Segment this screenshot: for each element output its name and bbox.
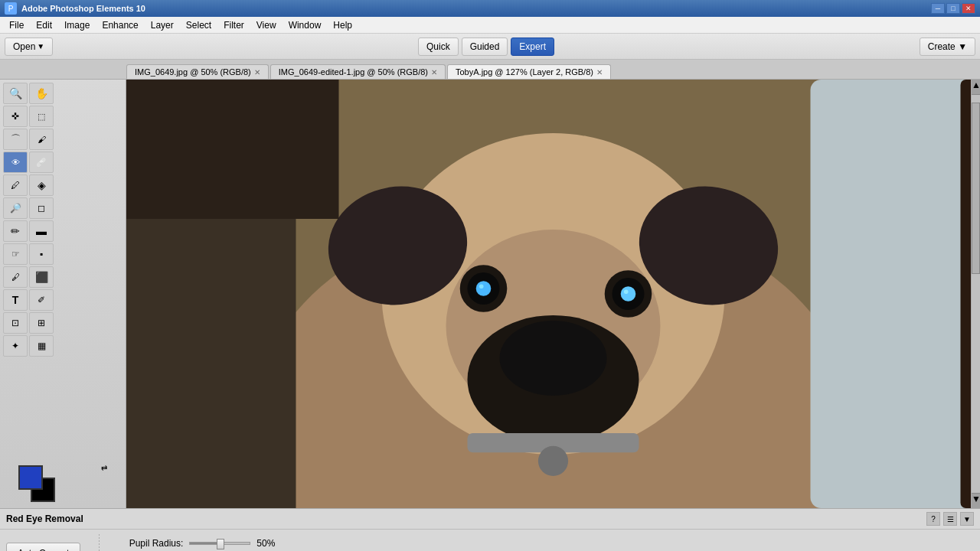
text-tool-icon[interactable]: T <box>3 289 28 311</box>
pupil-radius-label: Pupil Radius: <box>118 538 183 549</box>
tool-row-clone: 🖊 ◈ <box>3 174 122 196</box>
menu-filter[interactable]: Filter <box>217 18 250 32</box>
svg-rect-22 <box>126 80 339 219</box>
crop-tool-icon[interactable]: ⊡ <box>3 312 28 334</box>
help-icon[interactable]: ? <box>926 512 940 526</box>
menu-window[interactable]: Window <box>283 18 328 32</box>
app-icon: P <box>5 2 17 15</box>
custom-shape-icon[interactable]: ▦ <box>29 335 54 357</box>
svg-point-14 <box>621 286 636 302</box>
tool-row-redeye: 👁 🩹 <box>3 152 122 173</box>
tab-tobya[interactable]: TobyA.jpg @ 127% (Layer 2, RGB/8) ✕ <box>447 64 611 79</box>
expert-mode-button[interactable]: Expert <box>511 37 554 56</box>
tool-row-shape: ✦ ▦ <box>3 335 122 357</box>
main-area: 🔍 ✋ ✜ ⬚ ⌒ 🖌 👁 🩹 🖊 ◈ 🔎 ◻ ✏ <box>0 80 980 508</box>
scrollbar-up-arrow[interactable]: ▲ <box>972 80 980 95</box>
panel-icons: ? ☰ ▼ <box>926 512 974 526</box>
zoom-in-icon[interactable]: 🔎 <box>3 197 28 219</box>
create-button[interactable]: Create ▼ <box>920 37 975 56</box>
tool-label-bar: Red Eye Removal ? ☰ ▼ <box>0 509 980 530</box>
toolbox: 🔍 ✋ ✜ ⬚ ⌒ 🖌 👁 🩹 🖊 ◈ 🔎 ◻ ✏ <box>0 80 126 508</box>
tool-row-search-pan: 🔍 ✋ <box>3 83 122 104</box>
foreground-color-swatch[interactable] <box>18 465 43 490</box>
recompose-icon[interactable]: ⊞ <box>29 312 54 334</box>
menu-file[interactable]: File <box>3 18 30 32</box>
menu-layer[interactable]: Layer <box>145 18 180 32</box>
slider-controls: Pupil Radius: 50% Darken: 50% <box>118 538 279 551</box>
panel-collapse-icon[interactable]: ▼ <box>960 512 974 526</box>
minimize-button[interactable]: ─ <box>931 3 945 14</box>
lasso-tool-icon[interactable]: ⌒ <box>3 129 28 150</box>
swap-colors-icon[interactable]: ⇄ <box>101 464 107 472</box>
close-button[interactable]: ✕ <box>962 3 975 14</box>
scrollbar-thumb-v[interactable] <box>972 103 980 274</box>
pupil-radius-thumb[interactable] <box>217 539 224 549</box>
tab-img0649-edited[interactable]: IMG_0649-edited-1.jpg @ 50% (RGB/8) ✕ <box>270 64 446 79</box>
eraser-icon[interactable]: ◻ <box>29 197 54 219</box>
auto-correct-button[interactable]: Auto Correct <box>6 543 80 551</box>
healing-tool-icon[interactable]: 🩹 <box>29 152 54 173</box>
window-controls: ─ □ ✕ <box>931 3 975 14</box>
paint-bucket-icon[interactable]: ⬛ <box>29 266 54 288</box>
dog-svg-overlay <box>126 80 980 508</box>
tab-img0649[interactable]: IMG_0649.jpg @ 50% (RGB/8) ✕ <box>126 64 269 79</box>
menu-select[interactable]: Select <box>180 18 217 32</box>
move-tool-icon[interactable]: ✜ <box>3 106 28 127</box>
pen-tool-icon[interactable]: 🖋 <box>3 266 28 288</box>
shape-tool-icon[interactable]: ✦ <box>3 335 28 357</box>
red-eye-tool-icon[interactable]: 👁 <box>3 152 28 173</box>
scrollbar-down-arrow[interactable]: ▼ <box>972 493 980 508</box>
quick-mode-button[interactable]: Quick <box>418 37 459 56</box>
tool-name-label: Red Eye Removal <box>6 514 83 524</box>
tool-row-zoom-erase: 🔎 ◻ <box>3 197 122 219</box>
open-button[interactable]: Open ▼ <box>5 37 53 56</box>
tab-close-0[interactable]: ✕ <box>254 68 260 77</box>
svg-point-7 <box>500 321 607 396</box>
svg-point-15 <box>624 289 629 294</box>
clone-stamp-icon[interactable]: 🖊 <box>3 174 28 196</box>
menu-bar: File Edit Image Enhance Layer Select Fil… <box>0 17 980 34</box>
tabs-bar: IMG_0649.jpg @ 50% (RGB/8) ✕ IMG_0649-ed… <box>0 60 980 80</box>
search-tool-icon[interactable]: 🔍 <box>3 83 28 104</box>
marquee-tool-icon[interactable]: ⬚ <box>29 106 54 127</box>
menu-edit[interactable]: Edit <box>30 18 58 32</box>
quick-select-tool-icon[interactable]: 🖌 <box>29 129 54 150</box>
eraser-tool-icon[interactable]: ▬ <box>29 220 54 242</box>
gradient-tool-icon[interactable]: ▪ <box>29 243 54 265</box>
dog-image-canvas[interactable]: ▲ ▼ <box>126 80 980 508</box>
panel-menu-icon[interactable]: ☰ <box>943 512 957 526</box>
brush-tool-icon[interactable]: ✏ <box>3 220 28 242</box>
canvas-container: ▲ ▼ 50% Efficiency: 100%* ◀ ▶ <box>126 80 980 508</box>
menu-enhance[interactable]: Enhance <box>96 18 144 32</box>
smudge-tool-icon[interactable]: ☞ <box>3 243 28 265</box>
vertical-scrollbar[interactable]: ▲ ▼ <box>971 80 980 508</box>
guided-mode-button[interactable]: Guided <box>462 37 508 56</box>
tool-row-brush: ✏ ▬ <box>3 220 122 242</box>
svg-point-17 <box>538 446 568 476</box>
menu-view[interactable]: View <box>250 18 283 32</box>
stamp-icon[interactable]: ◈ <box>29 174 54 196</box>
tab-close-2[interactable]: ✕ <box>596 68 603 77</box>
color-swatch-area: ⇄ <box>3 459 122 505</box>
pupil-radius-track[interactable] <box>189 542 250 545</box>
tool-row-move-selection: ✜ ⬚ <box>3 106 122 127</box>
title-bar: P Adobe Photoshop Elements 10 ─ □ ✕ <box>0 0 980 17</box>
svg-point-10 <box>476 281 492 296</box>
tool-row-pen: 🖋 ⬛ <box>3 266 122 288</box>
tab-close-1[interactable]: ✕ <box>431 68 437 77</box>
menu-image[interactable]: Image <box>58 18 96 32</box>
main-toolbar: Open ▼ Quick Guided Expert Create ▼ <box>0 34 980 60</box>
tool-row-smudge: ☞ ▪ <box>3 243 122 265</box>
tool-row-text: T ✐ <box>3 289 122 311</box>
create-dropdown-arrow[interactable]: ▼ <box>958 41 967 52</box>
annotate-icon[interactable]: ✐ <box>29 289 54 311</box>
pupil-radius-fill <box>190 543 220 544</box>
tool-options-area: Auto Correct Pupil Radius: 50% Darken: 5… <box>0 530 980 551</box>
app-title: Adobe Photoshop Elements 10 <box>21 4 145 13</box>
restore-button[interactable]: □ <box>946 3 960 14</box>
svg-point-11 <box>479 284 484 289</box>
open-dropdown-arrow[interactable]: ▼ <box>37 42 44 51</box>
pan-tool-icon[interactable]: ✋ <box>29 83 54 104</box>
menu-help[interactable]: Help <box>327 18 358 32</box>
bottom-panel: Red Eye Removal ? ☰ ▼ Auto Correct Pupil… <box>0 508 980 551</box>
